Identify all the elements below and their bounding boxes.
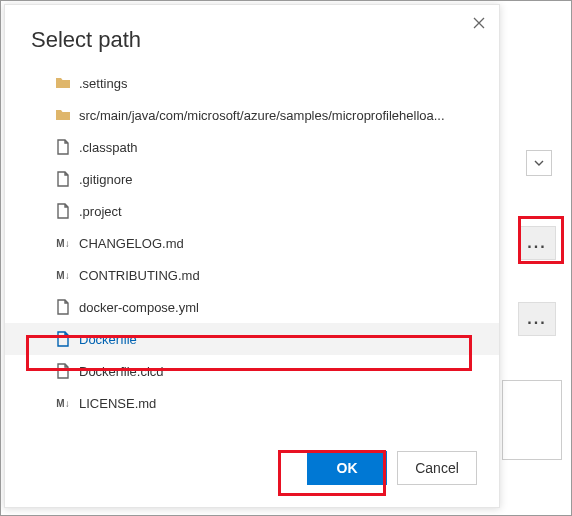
tree-item[interactable]: Dockerfile (5, 323, 499, 355)
tree-item-label: .gitignore (79, 172, 132, 187)
markdown-icon: M↓ (55, 267, 71, 283)
file-icon (55, 171, 71, 187)
tree-item[interactable]: .classpath (5, 131, 499, 163)
folder-icon (55, 107, 71, 123)
tree-item[interactable]: M↓CONTRIBUTING.md (5, 259, 499, 291)
file-icon (55, 299, 71, 315)
folder-icon (55, 75, 71, 91)
tree-item-label: CONTRIBUTING.md (79, 268, 200, 283)
close-icon (472, 16, 486, 30)
ellipsis-icon: ... (527, 234, 546, 252)
select-path-dialog: Select path .settingssrc/main/java/com/m… (4, 4, 500, 508)
ok-button[interactable]: OK (307, 451, 387, 485)
file-icon (55, 363, 71, 379)
dialog-buttons: OK Cancel (5, 433, 499, 507)
tree-item-label: .settings (79, 76, 127, 91)
tree-item[interactable]: .project (5, 195, 499, 227)
file-icon (55, 203, 71, 219)
dialog-title: Select path (5, 5, 499, 67)
tree-item[interactable]: src/main/java/com/microsoft/azure/sample… (5, 99, 499, 131)
file-tree[interactable]: .settingssrc/main/java/com/microsoft/azu… (5, 67, 499, 433)
markdown-icon: M↓ (55, 395, 71, 411)
tree-item[interactable]: M↓CHANGELOG.md (5, 227, 499, 259)
tree-item[interactable]: .settings (5, 67, 499, 99)
cancel-button[interactable]: Cancel (397, 451, 477, 485)
tree-item-label: src/main/java/com/microsoft/azure/sample… (79, 108, 445, 123)
tree-item[interactable]: M↓LICENSE.md (5, 387, 499, 419)
browse-button-1[interactable]: ... (518, 226, 556, 260)
tree-item-label: .project (79, 204, 122, 219)
file-icon (55, 139, 71, 155)
tree-item-label: LICENSE.md (79, 396, 156, 411)
tree-item[interactable]: docker-compose.yml (5, 291, 499, 323)
chevron-down-icon (533, 157, 545, 169)
tree-item-label: .classpath (79, 140, 138, 155)
tree-item-label: Dockerfile (79, 332, 137, 347)
file-icon (55, 331, 71, 347)
tree-item[interactable]: Dockerfile.cicd (5, 355, 499, 387)
close-button[interactable] (469, 13, 489, 33)
dropdown-chevron[interactable] (526, 150, 552, 176)
tree-item-label: CHANGELOG.md (79, 236, 184, 251)
tree-item-label: Dockerfile.cicd (79, 364, 164, 379)
background-textarea[interactable] (502, 380, 562, 460)
markdown-icon: M↓ (55, 235, 71, 251)
ellipsis-icon: ... (527, 310, 546, 328)
tree-item-label: docker-compose.yml (79, 300, 199, 315)
tree-item[interactable]: .gitignore (5, 163, 499, 195)
browse-button-2[interactable]: ... (518, 302, 556, 336)
